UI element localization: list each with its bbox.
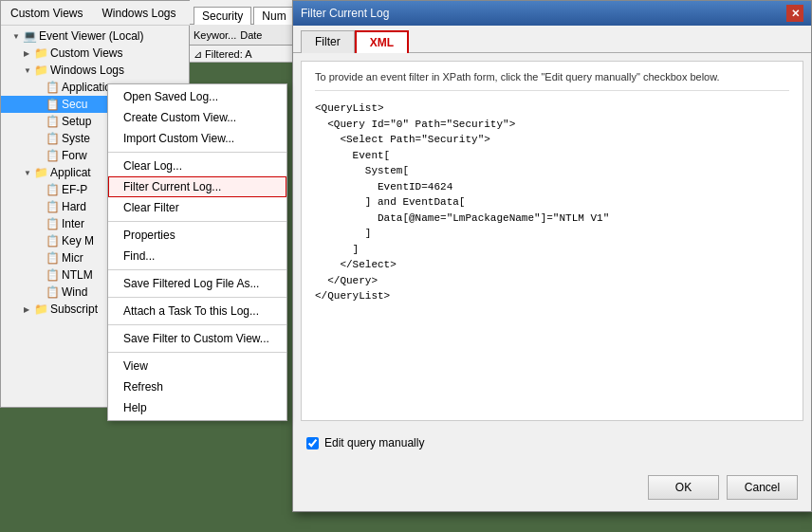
log-icon-sys: 📋 xyxy=(45,131,60,146)
tab-xml[interactable]: XML xyxy=(355,30,409,53)
log-icon-setup: 📋 xyxy=(45,114,60,129)
menu-attach-task[interactable]: Attach a Task To this Log... xyxy=(108,301,286,321)
column-headers: Keywor... Date xyxy=(190,25,294,46)
menu-bar-windows-logs[interactable]: Windows Logs xyxy=(96,5,181,22)
folder-icon-wl: 📁 xyxy=(33,63,48,78)
menu-bar-custom-views[interactable]: Custom Views xyxy=(5,5,88,22)
menu-divider-4 xyxy=(108,297,286,298)
menu-help[interactable]: Help xyxy=(108,397,286,418)
expand-arrow-alog: ▼ xyxy=(24,169,33,177)
tree-item-label-efp: EF-P xyxy=(62,183,87,196)
dialog-buttons: OK Cancel xyxy=(648,475,798,500)
top-tab-bar: Security Num xyxy=(190,0,294,25)
log-icon-app: 📋 xyxy=(45,80,60,95)
menu-find[interactable]: Find... xyxy=(108,246,286,266)
log-icon-key: 📋 xyxy=(45,233,60,248)
tree-item-label-fwd: Forw xyxy=(62,149,87,162)
filtered-bar: ⊿ Filtered: A xyxy=(190,46,294,63)
dialog-close-button[interactable]: ✕ xyxy=(786,5,803,22)
menu-clear-log[interactable]: Clear Log... xyxy=(108,156,286,176)
tree-item-label-inter: Inter xyxy=(62,217,84,230)
tree-item-event-viewer[interactable]: ▼ 💻 Event Viewer (Local) xyxy=(1,28,189,45)
folder-icon-sub: 📁 xyxy=(33,302,48,317)
tree-item-label-sec: Secu xyxy=(62,98,87,111)
log-icon-inter: 📋 xyxy=(45,216,60,231)
tree-item-label-wind: Wind xyxy=(62,285,87,299)
tree-item-label-cv: Custom Views xyxy=(50,46,122,60)
col-date: Date xyxy=(240,29,262,41)
tab-security[interactable]: Security xyxy=(194,7,251,25)
menu-divider-2 xyxy=(108,221,286,222)
tree-item-custom-views[interactable]: ▶ 📁 Custom Views xyxy=(1,45,189,62)
menu-open-saved-log[interactable]: Open Saved Log... xyxy=(108,86,286,107)
dialog-title: Filter Current Log xyxy=(301,7,389,20)
menu-divider-6 xyxy=(108,352,286,353)
tree-item-label-wl: Windows Logs xyxy=(50,64,124,77)
tree-item-windows-logs[interactable]: ▼ 📁 Windows Logs xyxy=(1,62,189,79)
tree-item-label-sub: Subscript xyxy=(50,303,98,316)
ok-button[interactable]: OK xyxy=(648,475,719,500)
folder-icon-cv: 📁 xyxy=(33,46,48,61)
expand-arrow-sub: ▶ xyxy=(24,305,33,314)
dialog-hint: To provide an event filter in XPath form… xyxy=(315,71,789,91)
menu-save-filter-custom[interactable]: Save Filter to Custom View... xyxy=(108,328,286,349)
dialog-tab-bar: Filter XML xyxy=(293,26,811,53)
col-keyword: Keywor... xyxy=(194,29,236,41)
funnel-icon: ⊿ xyxy=(194,48,205,60)
menu-create-custom-view[interactable]: Create Custom View... xyxy=(108,107,286,128)
menu-divider-3 xyxy=(108,269,286,270)
tree-item-label-micr: Micr xyxy=(62,251,83,265)
dialog-title-bar: Filter Current Log ✕ xyxy=(293,1,811,26)
tree-item-label-key: Key M xyxy=(62,234,94,248)
expand-arrow-cv: ▶ xyxy=(24,49,33,58)
log-icon-hard: 📋 xyxy=(45,199,60,214)
tree-item-label-setup: Setup xyxy=(62,115,91,128)
edit-query-checkbox-area[interactable]: Edit query manually xyxy=(306,436,424,449)
tree-item-label: Event Viewer (Local) xyxy=(39,29,144,43)
computer-icon: 💻 xyxy=(22,28,37,44)
log-icon-ntlm: 📋 xyxy=(45,267,60,283)
tab-num[interactable]: Num xyxy=(253,7,294,25)
menu-divider-1 xyxy=(108,152,286,153)
dialog-content: To provide an event filter in XPath form… xyxy=(301,61,803,421)
menu-view[interactable]: View xyxy=(108,356,286,376)
tree-item-label-hard: Hard xyxy=(62,200,86,213)
tree-item-label-alog: Applicat xyxy=(50,166,91,179)
tree-item-label-ntlm: NTLM xyxy=(62,268,93,282)
expand-arrow-wl: ▼ xyxy=(24,66,33,75)
log-icon-wind: 📋 xyxy=(45,284,60,300)
log-icon-fwd: 📋 xyxy=(45,148,60,163)
menu-divider-5 xyxy=(108,324,286,325)
menu-properties[interactable]: Properties xyxy=(108,225,286,246)
edit-query-checkbox[interactable] xyxy=(306,437,319,449)
edit-query-label: Edit query manually xyxy=(324,436,424,449)
menu-refresh[interactable]: Refresh xyxy=(108,376,286,397)
context-menu: Open Saved Log... Create Custom View... … xyxy=(107,83,287,421)
log-icon-efp: 📋 xyxy=(45,182,60,197)
tree-item-label-sys: Syste xyxy=(62,132,90,145)
dialog-footer: Edit query manually xyxy=(293,429,811,457)
xml-textarea[interactable] xyxy=(315,101,789,376)
menu-import-custom-view[interactable]: Import Custom View... xyxy=(108,128,286,149)
menu-bar: Custom Views Windows Logs xyxy=(1,1,191,26)
filter-current-log-dialog: Filter Current Log ✕ Filter XML To provi… xyxy=(292,0,812,512)
tab-filter[interactable]: Filter xyxy=(301,30,355,53)
log-icon-micr: 📋 xyxy=(45,250,60,266)
menu-clear-filter[interactable]: Clear Filter xyxy=(108,197,286,218)
folder-icon-alog: 📁 xyxy=(33,165,48,180)
filtered-text: Filtered: A xyxy=(205,48,252,60)
expand-arrow: ▼ xyxy=(12,32,22,41)
cancel-button[interactable]: Cancel xyxy=(727,475,798,500)
menu-save-filtered[interactable]: Save Filtered Log File As... xyxy=(108,273,286,294)
menu-filter-current-log[interactable]: Filter Current Log... xyxy=(108,176,286,197)
log-icon-sec: 📋 xyxy=(45,97,60,112)
dialog-overlay: Filter Current Log ✕ Filter XML To provi… xyxy=(292,0,812,532)
